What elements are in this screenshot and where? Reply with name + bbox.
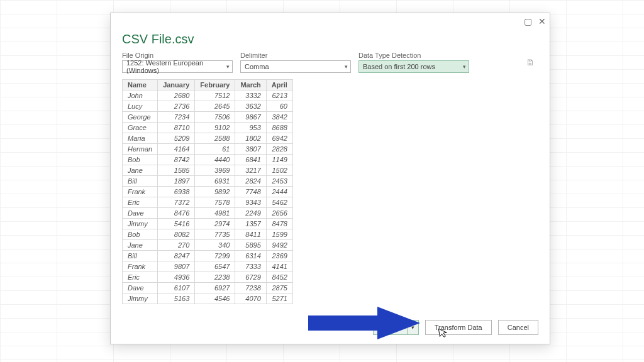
value-cell: 2453: [266, 176, 292, 187]
name-cell: Maria: [123, 133, 158, 144]
value-cell: 4546: [195, 293, 235, 304]
name-cell: Bob: [123, 229, 158, 240]
value-cell: 2645: [195, 101, 235, 112]
value-cell: 8476: [158, 208, 195, 219]
value-cell: 2824: [235, 176, 266, 187]
data-type-dropdown[interactable]: Based on first 200 rows ▾: [358, 60, 469, 73]
file-origin-value: 1252: Western European (Windows): [126, 59, 226, 74]
value-cell: 7333: [235, 261, 266, 272]
value-cell: 6547: [195, 261, 235, 272]
file-origin-dropdown[interactable]: 1252: Western European (Windows) ▾: [122, 60, 233, 73]
chevron-down-icon: ▾: [345, 63, 348, 70]
table-row: Bill1897693128242453: [123, 176, 293, 187]
table-row: Dave6107692772382875: [123, 283, 293, 293]
value-cell: 1599: [266, 229, 292, 240]
column-header: January: [158, 80, 195, 90]
transform-button-label: Transform Data: [435, 324, 482, 331]
dialog-footer: Load ▾ Transform Data Cancel: [111, 314, 550, 344]
value-cell: 4141: [266, 261, 292, 272]
value-cell: 3217: [235, 165, 266, 176]
value-cell: 6927: [195, 283, 235, 293]
value-cell: 9492: [266, 240, 292, 251]
table-row: Bill8247729963142369: [123, 251, 293, 261]
chevron-down-icon: ▾: [226, 63, 230, 70]
value-cell: 270: [158, 240, 195, 251]
dialog-header: CSV File.csv File Origin 1252: Western E…: [111, 30, 550, 79]
table-row: Dave8476498122492656: [123, 208, 293, 219]
value-cell: 2656: [266, 208, 292, 219]
preview-body: NameJanuaryFebruaryMarchApril John268075…: [111, 79, 550, 314]
table-row: Grace871091029538688: [123, 123, 293, 133]
table-row: Lucy27362645363260: [123, 101, 293, 112]
value-cell: 1802: [235, 133, 266, 144]
column-header: Name: [123, 80, 158, 90]
value-cell: 8082: [158, 229, 195, 240]
load-button[interactable]: Load: [373, 320, 407, 335]
name-cell: Eric: [123, 272, 158, 283]
table-row: Jimmy5416297413578478: [123, 219, 293, 229]
transform-data-button[interactable]: Transform Data: [425, 320, 492, 335]
value-cell: 2974: [195, 219, 235, 229]
value-cell: 2680: [158, 90, 195, 101]
value-cell: 2588: [195, 133, 235, 144]
delimiter-value: Comma: [245, 63, 269, 70]
value-cell: 1897: [158, 176, 195, 187]
table-row: Jane27034058959492: [123, 240, 293, 251]
value-cell: 4936: [158, 272, 195, 283]
name-cell: Lucy: [123, 101, 158, 112]
table-row: Bob8742444068411149: [123, 155, 293, 165]
maximize-icon[interactable]: ▢: [524, 17, 532, 26]
name-cell: John: [123, 90, 158, 101]
value-cell: 2828: [266, 144, 292, 155]
table-row: George7234750698673842: [123, 112, 293, 123]
name-cell: Eric: [123, 197, 158, 208]
value-cell: 3969: [195, 165, 235, 176]
value-cell: 5416: [158, 219, 195, 229]
value-cell: 8478: [266, 219, 292, 229]
value-cell: 2369: [266, 251, 292, 261]
value-cell: 61: [195, 144, 235, 155]
table-row: Frank9807654773334141: [123, 261, 293, 272]
value-cell: 3807: [235, 144, 266, 155]
column-header: March: [235, 80, 266, 90]
value-cell: 9807: [158, 261, 195, 272]
table-row: Bob8082773584111599: [123, 229, 293, 240]
value-cell: 60: [266, 101, 292, 112]
value-cell: 4070: [235, 293, 266, 304]
load-button-dropdown[interactable]: ▾: [408, 320, 419, 335]
value-cell: 8452: [266, 272, 292, 283]
dialog-titlebar: ▢ ✕: [111, 13, 550, 30]
table-header-row: NameJanuaryFebruaryMarchApril: [123, 80, 293, 90]
delimiter-control: Delimiter Comma ▾: [240, 52, 351, 73]
cancel-button[interactable]: Cancel: [498, 320, 538, 335]
delimiter-dropdown[interactable]: Comma ▾: [240, 60, 351, 73]
data-type-label: Data Type Detection: [358, 52, 469, 59]
value-cell: 9892: [195, 187, 235, 197]
value-cell: 5271: [266, 293, 292, 304]
value-cell: 7238: [235, 283, 266, 293]
load-button-group: Load ▾: [373, 320, 418, 335]
value-cell: 5895: [235, 240, 266, 251]
name-cell: George: [123, 112, 158, 123]
value-cell: 8411: [235, 229, 266, 240]
name-cell: Frank: [123, 261, 158, 272]
value-cell: 6107: [158, 283, 195, 293]
value-cell: 9102: [195, 123, 235, 133]
value-cell: 6931: [195, 176, 235, 187]
preview-table: NameJanuaryFebruaryMarchApril John268075…: [122, 79, 293, 304]
schema-icon[interactable]: 🗎: [526, 57, 538, 67]
value-cell: 7735: [195, 229, 235, 240]
name-cell: Jane: [123, 165, 158, 176]
file-origin-label: File Origin: [122, 52, 233, 59]
name-cell: Frank: [123, 187, 158, 197]
column-header: April: [266, 80, 292, 90]
dialog-title: CSV File.csv: [122, 32, 538, 47]
data-type-value: Based on first 200 rows: [363, 63, 435, 70]
name-cell: Jimmy: [123, 219, 158, 229]
value-cell: 7578: [195, 197, 235, 208]
close-icon[interactable]: ✕: [538, 17, 546, 26]
name-cell: Dave: [123, 208, 158, 219]
file-origin-control: File Origin 1252: Western European (Wind…: [122, 52, 233, 73]
name-cell: Jane: [123, 240, 158, 251]
column-header: February: [195, 80, 235, 90]
